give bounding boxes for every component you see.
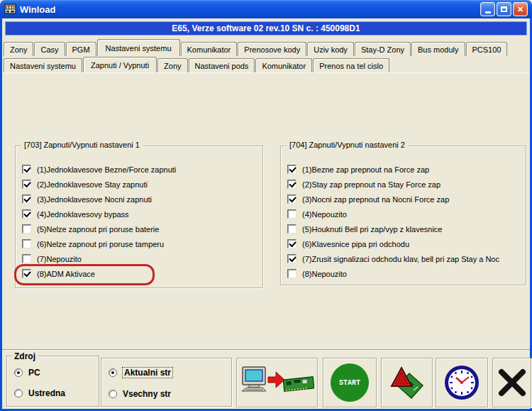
checkbox-label: (8)ADM Aktivace [37,270,95,278]
groupbox-704-title: [704] Zapnuti/Vypnuti nastaveni 2 [287,141,408,149]
checkbox[interactable] [22,180,31,189]
sub-tab[interactable]: Komunikator [255,58,312,72]
tab-label: Nastaveni systemu [106,44,172,53]
checkbox[interactable] [22,165,31,174]
checkbox-row: (1)Bezne zap prepnout na Force zap [287,162,526,177]
radio-button[interactable] [14,368,23,377]
main-tab[interactable]: Stay-D Zony [355,42,411,56]
checkbox-label: (1)Bezne zap prepnout na Force zap [302,165,429,174]
checkbox[interactable] [287,269,297,278]
checkbox[interactable] [22,239,31,248]
minimize-button[interactable] [480,2,495,16]
tab-label: Zony [10,45,27,54]
main-tab[interactable]: PGM [66,42,96,56]
exit-x-icon [497,368,527,398]
sub-tab[interactable]: Nastaveni systemu [4,58,82,72]
main-tab[interactable]: Komunikator [181,42,238,56]
radio-label: PC [28,368,40,378]
radio-option[interactable]: Aktualni str [109,366,231,379]
main-tab[interactable]: Nastaveni systemu [97,39,180,56]
zdroj-radio-group: PC Ustredna [7,356,99,400]
sub-tab-bar: Nastaveni systemu Zapnuti / Vypnuti Zony… [4,56,390,72]
tab-label: PGM [72,45,90,54]
window-title: Winload [20,4,55,15]
checkbox-row: (2)Jednoklavesove Stay zapnuti [22,177,262,192]
tab-label: Nastaveni systemu [10,62,76,70]
radio-option[interactable]: PC [14,366,99,379]
checkbox[interactable] [22,269,31,278]
checkbox-label: (1)Jednoklavesove Bezne/Force zapnuti [37,165,176,174]
radio-label: Ustredna [28,388,65,398]
window-body: E65, Verze software 02 rev.10 SN c. : 45… [0,18,532,411]
tab-label: Prenos na tel cislo [319,62,383,70]
main-tab[interactable]: Prenosove kody [238,42,306,56]
checkbox-label: (4)Nepouzito [302,210,347,219]
clock-button[interactable] [436,358,488,407]
main-tab[interactable]: PCS100 [466,42,508,56]
radio-button[interactable] [14,389,23,398]
checkbox[interactable] [287,180,297,189]
exit-button[interactable] [492,358,531,407]
zdroj-title: Zdroj [12,351,38,361]
panel-info-text: E65, Verze software 02 rev.10 SN c. : 45… [172,23,360,33]
tab-content: [703] Zapnuti/Vypnuti nastaveni 1 (1)Jed… [2,72,530,349]
checkbox-list-703: (1)Jednoklavesove Bezne/Force zapnuti (2… [16,146,262,281]
checkbox-label: (7)Nepouzito [37,255,82,263]
main-tab[interactable]: Casy [34,42,65,56]
checkbox[interactable] [287,224,297,234]
warning-board-icon [388,363,426,402]
checkbox-row: (7)Zrusit signalizaci odchodu klav, bell… [287,251,526,266]
winload-window: Winload ✕ E65, Verze software 02 rev.10 … [0,0,532,411]
checkbox-row: (8)Nepouzito [287,266,526,281]
maximize-button[interactable] [497,2,511,16]
sub-tab[interactable]: Zony [157,58,187,72]
checkbox-label: (6)Nelze zapnout pri poruse tamperu [37,240,164,248]
checkbox[interactable] [22,209,31,219]
radio-button[interactable] [109,368,117,377]
main-tab[interactable]: Uziv kody [307,42,354,56]
main-tab[interactable]: Bus moduly [411,42,465,56]
checkbox-label: (5)Houknuti Bell pri zap/vyp z klavesnic… [302,225,442,234]
main-tab[interactable]: Zony [4,42,33,56]
verify-button[interactable] [381,358,433,407]
checkbox[interactable] [287,209,297,219]
checkbox-row: (5)Nelze zapnout pri poruse baterie [22,221,262,236]
app-icon [4,4,16,15]
checkbox-label: (4)Jednoklavesovy bypass [37,210,129,219]
radio-label: Aktualni str [123,368,172,378]
minimize-icon [485,11,491,13]
close-icon: ✕ [517,6,523,13]
tab-label: Bus moduly [418,45,458,54]
checkbox-row: (6)Nelze zapnout pri poruse tamperu [22,236,262,251]
clock-icon [443,363,481,402]
radio-button[interactable] [109,390,117,398]
checkbox[interactable] [22,254,31,263]
tab-label: PCS100 [472,45,501,54]
checkbox-label: (5)Nelze zapnout pri poruse baterie [37,225,159,234]
tab-label: Komunikator [187,45,231,54]
checkbox-row: (3)Nocni zap prepnout na Nocni Force zap [287,192,526,207]
checkbox-row: (5)Houknuti Bell pri zap/vyp z klavesnic… [287,221,526,236]
checkbox-label: (6)Klavesnice pipa pri odchodu [302,240,409,248]
checkbox[interactable] [22,194,31,204]
checkbox[interactable] [287,165,297,174]
checkbox[interactable] [287,194,297,204]
close-button[interactable]: ✕ [513,2,528,16]
panel-info-banner: E65, Verze software 02 rev.10 SN c. : 45… [5,21,527,35]
checkbox[interactable] [287,239,297,248]
checkbox[interactable] [287,254,297,263]
pc-to-panel-icon [240,363,314,402]
radio-option[interactable]: Vsechny str [109,388,231,400]
sub-tab[interactable]: Zapnuti / Vypnuti [83,57,157,72]
sub-tab[interactable]: Prenos na tel cislo [313,58,389,72]
checkbox[interactable] [22,224,31,234]
radio-option[interactable]: Ustredna [14,387,99,400]
checkbox-label: (2)Stay zap prepnout na Stay Force zap [302,180,440,189]
start-icon: START [331,363,369,402]
title-bar: Winload ✕ [0,0,532,18]
transfer-pc-to-panel-button[interactable] [236,358,318,407]
start-button[interactable]: START [323,358,377,407]
groupbox-703: [703] Zapnuti/Vypnuti nastaveni 1 (1)Jed… [15,146,263,288]
checkbox-row: (6)Klavesnice pipa pri odchodu [287,236,526,251]
sub-tab[interactable]: Nastaveni pods [189,58,255,72]
